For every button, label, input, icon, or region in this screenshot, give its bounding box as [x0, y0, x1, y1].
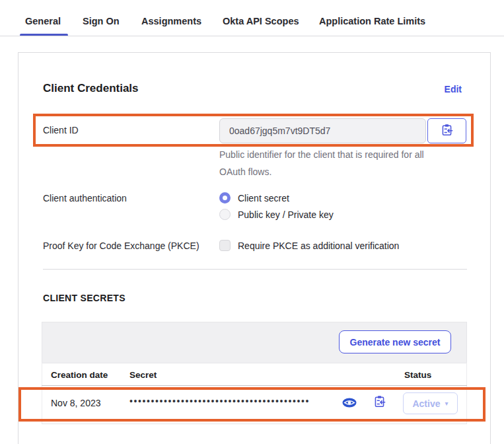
generate-new-secret-button[interactable]: Generate new secret	[339, 330, 451, 353]
table-header-border	[42, 385, 467, 386]
tabbar-divider	[0, 36, 504, 36]
section-divider	[43, 269, 467, 270]
client-id-description-line1: Public identifier for the client that is…	[219, 146, 457, 163]
tab-assignments[interactable]: Assignments	[141, 16, 201, 26]
table-row-border	[42, 424, 467, 424]
radio-client-secret[interactable]	[219, 192, 231, 204]
column-header-secret: Secret	[129, 370, 157, 380]
client-id-description-line2: OAuth flows.	[219, 163, 457, 180]
secret-status-label: Active	[412, 398, 440, 409]
client-authentication-label: Client authentication	[43, 193, 127, 204]
secret-creation-date: Nov 8, 2023	[51, 398, 101, 408]
radio-public-private-key[interactable]	[219, 209, 231, 220]
pkce-checkbox[interactable]	[219, 240, 231, 251]
pkce-checkbox-label[interactable]: Require PKCE as additional verification	[238, 240, 399, 251]
edit-link[interactable]: Edit	[445, 84, 462, 94]
tab-application-rate-limits[interactable]: Application Rate Limits	[319, 16, 425, 26]
clipboard-copy-icon	[373, 398, 386, 410]
pkce-label: Proof Key for Code Exchange (PKCE)	[43, 240, 199, 251]
client-secrets-heading: CLIENT SECRETS	[43, 293, 126, 303]
radio-selected-dot	[223, 196, 227, 200]
column-header-creation-date: Creation date	[51, 370, 108, 380]
tab-general[interactable]: General	[25, 16, 61, 26]
secret-status-dropdown[interactable]: Active ▾	[403, 392, 458, 414]
chevron-down-icon: ▾	[445, 400, 449, 407]
secret-masked-value: ••••••••••••••••••••••••••••••••••••••••…	[129, 396, 340, 406]
tab-sign-on[interactable]: Sign On	[83, 16, 120, 26]
client-id-label: Client ID	[43, 125, 79, 135]
copy-client-id-button[interactable]	[427, 118, 466, 143]
client-id-description: Public identifier for the client that is…	[219, 146, 457, 180]
tab-okta-api-scopes[interactable]: Okta API Scopes	[223, 16, 299, 26]
section-title: Client Credentials	[43, 82, 139, 95]
copy-secret-button[interactable]	[373, 395, 386, 408]
client-id-field[interactable]: 0oad67jgq5m7vt9DT5d7	[219, 118, 426, 143]
clipboard-copy-icon	[441, 124, 453, 139]
eye-icon	[342, 398, 357, 410]
radio-public-private-key-label[interactable]: Public key / Private key	[238, 209, 334, 220]
radio-client-secret-label[interactable]: Client secret	[238, 193, 289, 204]
column-header-status: Status	[404, 370, 431, 380]
reveal-secret-button[interactable]	[342, 398, 357, 408]
